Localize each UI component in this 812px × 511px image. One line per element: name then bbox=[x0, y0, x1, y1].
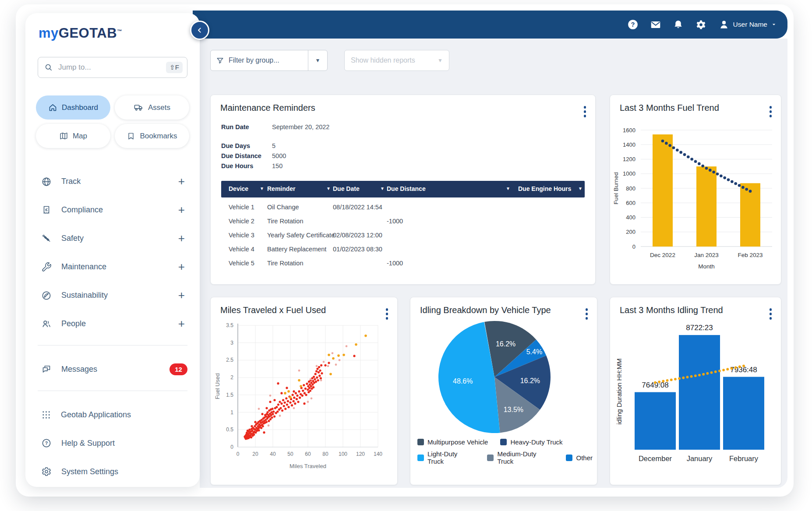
svg-text:20: 20 bbox=[252, 451, 258, 457]
seatbelt-icon bbox=[41, 233, 52, 244]
nav-label: People bbox=[61, 319, 86, 328]
people-icon bbox=[41, 319, 52, 329]
legend-item: Light-Duty Truck bbox=[417, 450, 475, 465]
meta-value: 5000 bbox=[272, 151, 286, 161]
column-header-reminder[interactable]: Reminder bbox=[267, 185, 296, 192]
show-hidden-reports-label: Show hidden reports bbox=[351, 56, 415, 64]
sidebar-item-maintenance[interactable]: Maintenance + bbox=[25, 253, 200, 281]
meta-value: September 20, 2022 bbox=[272, 122, 329, 132]
add-safety-button[interactable]: + bbox=[178, 232, 185, 245]
table-row[interactable]: Vehicle 3Yearly Safety Certificate02/08/… bbox=[221, 228, 585, 242]
column-header-due-distance[interactable]: Due Distance bbox=[387, 185, 426, 192]
pill-label: Bookmarks bbox=[140, 132, 177, 141]
svg-text:1000: 1000 bbox=[623, 170, 635, 177]
miles-fuel-scatter-plot: 0204050608010012014000.511.522.533.5Mile… bbox=[211, 297, 398, 486]
svg-text:600: 600 bbox=[626, 200, 635, 206]
legend-item: Medium-Duty Truck bbox=[487, 450, 554, 465]
legend-item: Heavy-Duty Truck bbox=[500, 438, 562, 446]
assets-button[interactable]: Assets bbox=[115, 95, 189, 120]
legend-label: Heavy-Duty Truck bbox=[510, 438, 562, 446]
sidebar-item-track[interactable]: Track + bbox=[25, 167, 200, 196]
svg-text:Dec 2022: Dec 2022 bbox=[650, 252, 675, 258]
help-icon[interactable]: ? bbox=[627, 19, 639, 30]
svg-text:50: 50 bbox=[287, 451, 293, 457]
svg-text:40: 40 bbox=[270, 451, 276, 457]
search-input[interactable] bbox=[57, 63, 162, 72]
notifications-bell-icon[interactable] bbox=[673, 19, 684, 30]
filter-dropdown-arrow[interactable]: ▼ bbox=[308, 50, 327, 70]
table-row[interactable]: Vehicle 2Tire Rotation-1000 bbox=[221, 214, 585, 228]
filter-by-group-dropdown[interactable]: Filter by group... ▼ bbox=[210, 50, 328, 71]
dashboard-button[interactable]: Dashboard bbox=[36, 95, 110, 120]
table-row[interactable]: Vehicle 4Battery Replacement01/02/2023 0… bbox=[221, 242, 585, 256]
sidebar-item-geotab-applications[interactable]: Geotab Applications bbox=[25, 404, 200, 426]
sidebar-item-messages[interactable]: Messages 12 bbox=[25, 358, 200, 380]
sidebar-nav: Track + Compliance + Safety + Maintenanc… bbox=[25, 167, 200, 338]
idling-breakdown-card: Idling Breakdown by Vehicle Type 16.2%5.… bbox=[410, 297, 597, 485]
svg-text:1.5: 1.5 bbox=[226, 392, 233, 398]
legend-swatch bbox=[487, 455, 494, 461]
maintenance-table: Device▼ Reminder▼ Due Date▼ Due Distance… bbox=[221, 181, 585, 270]
svg-text:Fuel Used: Fuel Used bbox=[214, 373, 221, 399]
add-sustainability-button[interactable]: + bbox=[178, 289, 185, 302]
sidebar-item-safety[interactable]: Safety + bbox=[25, 224, 200, 253]
quick-nav: Dashboard Assets Map Bookmarks bbox=[36, 95, 189, 148]
sidebar-collapse-button[interactable] bbox=[190, 21, 209, 40]
svg-text:100: 100 bbox=[339, 451, 347, 457]
add-track-button[interactable]: + bbox=[178, 175, 185, 188]
mail-icon[interactable] bbox=[650, 19, 661, 30]
sidebar-item-system-settings[interactable]: System Settings bbox=[25, 461, 200, 483]
settings-gear-icon[interactable] bbox=[695, 19, 707, 30]
nav-label: Track bbox=[61, 177, 81, 186]
column-header-device[interactable]: Device bbox=[229, 185, 248, 192]
svg-text:0.5: 0.5 bbox=[226, 426, 233, 433]
sort-arrow-icon[interactable]: ▼ bbox=[578, 186, 583, 191]
table-row[interactable]: Vehicle 5Tire Rotation-1000 bbox=[221, 256, 585, 270]
kebab-menu-icon[interactable] bbox=[583, 105, 588, 119]
svg-text:48.6%: 48.6% bbox=[453, 377, 473, 385]
app-window: ? User Name bbox=[16, 4, 794, 497]
keyboard-shortcut-badge: ⇧F bbox=[166, 62, 183, 73]
add-compliance-button[interactable]: + bbox=[178, 203, 185, 217]
messages-count-badge: 12 bbox=[169, 363, 187, 375]
funnel-icon bbox=[216, 56, 224, 65]
messages-icon bbox=[41, 364, 52, 374]
leaf-icon bbox=[41, 290, 52, 301]
table-body: Vehicle 1Oil Change08/18/2022 14:54Vehic… bbox=[221, 197, 585, 270]
filter-by-group-label: Filter by group... bbox=[229, 56, 279, 64]
add-people-button[interactable]: + bbox=[178, 317, 185, 331]
column-header-due-date[interactable]: Due Date bbox=[333, 185, 360, 192]
show-hidden-reports-dropdown[interactable]: Show hidden reports ▼ bbox=[344, 50, 449, 71]
topbar: ? User Name bbox=[193, 11, 787, 39]
bookmarks-button[interactable]: Bookmarks bbox=[115, 124, 189, 148]
table-cell-due_date: 01/02/2023 08:30 bbox=[333, 246, 382, 253]
sidebar-item-people[interactable]: People + bbox=[25, 310, 200, 338]
sort-arrow-icon[interactable]: ▼ bbox=[506, 186, 510, 191]
nav-label: Maintenance bbox=[61, 262, 106, 271]
svg-text:1: 1 bbox=[230, 409, 233, 416]
table-row[interactable]: Vehicle 1Oil Change08/18/2022 14:54 bbox=[221, 200, 585, 214]
sidebar-item-compliance[interactable]: Compliance + bbox=[25, 196, 200, 224]
nav-label: System Settings bbox=[61, 467, 118, 476]
sort-arrow-icon[interactable]: ▼ bbox=[260, 186, 264, 191]
legend-label: Multipurpose Vehicle bbox=[427, 438, 488, 446]
svg-text:Jan 2023: Jan 2023 bbox=[694, 252, 719, 258]
add-maintenance-button[interactable]: + bbox=[178, 260, 185, 274]
meta-label: Due Distance bbox=[221, 151, 272, 161]
divider bbox=[38, 391, 187, 391]
nav-label: Compliance bbox=[61, 205, 103, 215]
svg-text:0: 0 bbox=[237, 451, 240, 457]
svg-text:3.5: 3.5 bbox=[226, 322, 233, 328]
sidebar-item-sustainability[interactable]: Sustainability + bbox=[25, 281, 200, 310]
sort-arrow-icon[interactable]: ▼ bbox=[380, 186, 385, 191]
user-menu[interactable]: User Name bbox=[718, 19, 777, 30]
sidebar-item-help-support[interactable]: ? Help & Support bbox=[25, 432, 200, 454]
table-cell-device: Vehicle 1 bbox=[229, 204, 254, 211]
maintenance-reminders-card: Maintenance Reminders Run DateSeptember … bbox=[210, 95, 596, 285]
mygeotab-logo[interactable]: myGEOTAB™ bbox=[39, 25, 122, 41]
svg-text:60: 60 bbox=[305, 451, 311, 457]
map-button[interactable]: Map bbox=[36, 124, 110, 148]
column-header-due-engine-hours[interactable]: Due Engine Hours bbox=[518, 185, 571, 192]
sort-arrow-icon[interactable]: ▼ bbox=[326, 186, 331, 191]
idling-trend-card: Last 3 Months Idling Trend 7649:088722:2… bbox=[610, 297, 781, 485]
